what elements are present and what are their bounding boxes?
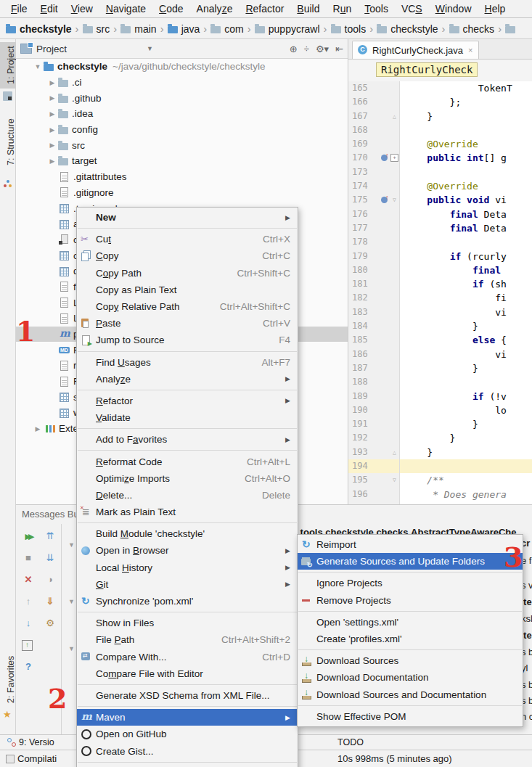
code-text[interactable]: } xyxy=(400,319,532,333)
menu-item-copy-relative-path[interactable]: Copy Relative PathCtrl+Alt+Shift+C xyxy=(77,298,298,315)
override-icon[interactable] xyxy=(380,151,390,165)
collapse-all-icon[interactable]: ÷ xyxy=(304,44,309,54)
code-text[interactable]: final xyxy=(400,263,532,277)
breadcrumb-item-item[interactable] xyxy=(505,24,515,33)
menubar-item-tools[interactable]: Tools xyxy=(358,3,395,15)
tree-row-github[interactable]: ▶.github xyxy=(16,90,348,106)
code-text[interactable]: if (sh xyxy=(400,277,532,291)
submenu-item-download-sources[interactable]: Download Sources xyxy=(298,652,523,669)
code-text[interactable]: else { xyxy=(400,333,532,347)
menu-item-copy[interactable]: CopyCtrl+C xyxy=(77,247,298,264)
menu-item-paste[interactable]: PasteCtrl+V xyxy=(77,315,298,332)
menu-item-show-in-files[interactable]: Show in Files xyxy=(77,615,298,631)
menu-item-compare-with[interactable]: Compare With...Ctrl+D xyxy=(77,649,298,665)
settings-icon[interactable]: ⚙▾ xyxy=(316,44,329,54)
menu-item-open-in-browser[interactable]: Open in Browser▶ xyxy=(77,542,298,559)
code-text[interactable]: if (rcurly xyxy=(400,250,532,263)
fold-icon[interactable]: △ xyxy=(390,446,400,459)
chevron-right-icon[interactable]: ▶ xyxy=(32,425,44,432)
fold-icon[interactable]: + xyxy=(390,151,400,165)
code-text[interactable]: @Override xyxy=(400,179,532,193)
menu-item-file-path[interactable]: File PathCtrl+Alt+Shift+2 xyxy=(77,631,298,648)
submenu-item-download-sources-and-documentation[interactable]: Download Sources and Documentation xyxy=(298,686,523,703)
code-text[interactable]: * Does genera xyxy=(400,488,532,501)
breadcrumb-item-checkstyle[interactable]: checkstyle xyxy=(6,23,72,35)
menu-item-synchronize-pom-xml[interactable]: Synchronize 'pom.xml' xyxy=(77,593,298,610)
tab-close-icon[interactable]: × xyxy=(468,46,472,54)
code-text[interactable] xyxy=(400,375,532,389)
breadcrumb-item-com[interactable]: com xyxy=(210,23,243,35)
code-text[interactable]: } xyxy=(400,110,532,123)
submenu-item-download-documentation[interactable]: Download Documentation xyxy=(298,669,523,686)
override-icon[interactable] xyxy=(380,193,390,207)
menubar-item-build[interactable]: Build xyxy=(290,3,326,15)
menu-item-create-gist[interactable]: Create Gist... xyxy=(77,742,298,759)
toolwindow-tab-version-control[interactable]: 9: Versio xyxy=(19,737,54,747)
code-text[interactable]: /** xyxy=(400,473,532,487)
chevron-right-icon[interactable]: ▶ xyxy=(46,79,58,86)
menubar-item-navigate[interactable]: Navigate xyxy=(99,3,152,15)
tree-row-config[interactable]: ▶config xyxy=(16,122,348,138)
breadcrumb-item-main[interactable]: main xyxy=(120,23,156,35)
tree-row-gitignore[interactable]: .gitignore xyxy=(16,185,348,201)
breadcrumb-item-src[interactable]: src xyxy=(83,23,110,35)
toolwindow-tab-favorites[interactable]: 2: Favorites xyxy=(0,652,16,707)
submenu-item-reimport[interactable]: Reimport xyxy=(298,536,523,553)
tree-row-checkstyle[interactable]: ▼checkstyle~/java/github/checkstyle/chec… xyxy=(16,59,348,75)
tree-row-idea[interactable]: ▶.idea xyxy=(16,106,348,122)
menubar-item-analyze[interactable]: Analyze xyxy=(190,3,240,15)
menu-item-jump-to-source[interactable]: Jump to SourceF4 xyxy=(77,332,298,348)
code-text[interactable]: vi xyxy=(400,348,532,361)
code-text[interactable]: if (!v xyxy=(400,390,532,403)
toolwindow-tab-structure[interactable]: 7: Structure xyxy=(0,109,16,176)
breadcrumb-item-checks[interactable]: checks xyxy=(449,23,495,35)
menu-item-cut[interactable]: CutCtrl+X xyxy=(77,231,298,247)
menu-item-refactor[interactable]: Refactor▶ xyxy=(77,393,298,409)
menu-item-maven[interactable]: Maven▶ xyxy=(77,709,298,726)
code-text[interactable]: final Deta xyxy=(400,208,532,221)
menu-item-add-to-favorites[interactable]: Add to Favorites▶ xyxy=(77,431,298,448)
code-text[interactable] xyxy=(400,165,532,179)
code-text[interactable] xyxy=(400,235,532,249)
code-text[interactable]: public void vi xyxy=(400,193,532,207)
chevron-right-icon[interactable]: ▶ xyxy=(46,126,58,134)
menu-item-copy-path[interactable]: Copy PathCtrl+Shift+C xyxy=(77,265,298,282)
menu-item-add-as-ant-build-file[interactable]: Add as Ant Build File xyxy=(77,765,298,767)
menubar-item-vcs[interactable]: VCS xyxy=(395,3,429,15)
menu-item-analyze[interactable]: Analyze▶ xyxy=(77,371,298,387)
tree-row-target[interactable]: ▶target xyxy=(16,153,348,169)
code-text[interactable]: } xyxy=(400,361,532,375)
code-area[interactable]: 165 TokenT166 };167△ }168169 @Override17… xyxy=(348,81,532,504)
tree-row-src[interactable]: ▶src xyxy=(16,137,348,153)
menubar-item-run[interactable]: Run xyxy=(327,3,359,15)
menu-item-reformat-code[interactable]: Reformat CodeCtrl+Alt+L xyxy=(77,453,298,469)
editor-tab[interactable]: RightCurlyCheck.java × xyxy=(352,41,479,59)
code-text[interactable] xyxy=(400,459,532,473)
submenu-item-create-profiles-xml[interactable]: Create 'profiles.xml' xyxy=(298,631,523,647)
menu-item-copy-as-plain-text[interactable]: Copy as Plain Text xyxy=(77,282,298,298)
menu-item-delete[interactable]: Delete...Delete xyxy=(77,487,298,504)
menu-item-mark-as-plain-text[interactable]: Mark as Plain Text xyxy=(77,504,298,520)
menu-item-find-usages[interactable]: Find UsagesAlt+F7 xyxy=(77,354,298,371)
chevron-right-icon[interactable]: ▶ xyxy=(46,157,58,165)
submenu-item-generate-sources-and-update-folders[interactable]: Generate Sources and Update Folders xyxy=(298,553,523,570)
code-text[interactable]: vi xyxy=(400,305,532,319)
menu-item-generate-xsd-schema-from-xml-file[interactable]: Generate XSD Schema from XML File... xyxy=(77,687,298,704)
breadcrumb-item-java[interactable]: java xyxy=(168,23,200,35)
menu-item-local-history[interactable]: Local History▶ xyxy=(77,559,298,576)
menu-item-build-module-checkstyle[interactable]: Build Module 'checkstyle' xyxy=(77,525,298,542)
code-text[interactable] xyxy=(400,123,532,137)
menu-item-compare-file-with-editor[interactable]: Compare File with Editor xyxy=(77,665,298,682)
tree-row-gitattributes[interactable]: .gitattributes xyxy=(16,169,348,185)
code-text[interactable]: public int[] g xyxy=(400,151,532,165)
submenu-item-ignore-projects[interactable]: Ignore Projects xyxy=(298,575,523,591)
code-text[interactable]: lo xyxy=(400,403,532,417)
menu-item-git[interactable]: Git▶ xyxy=(77,576,298,593)
toolwindow-tab-project[interactable]: 1: Project xyxy=(0,42,16,89)
breadcrumb-item-puppycrawl[interactable]: puppycrawl xyxy=(255,23,320,35)
tree-row-ci[interactable]: ▶.ci xyxy=(16,75,348,91)
menu-item-optimize-imports[interactable]: Optimize ImportsCtrl+Alt+O xyxy=(77,470,298,487)
fold-icon[interactable]: ▽ xyxy=(390,473,400,487)
chevron-right-icon[interactable]: ▶ xyxy=(46,141,58,149)
code-text[interactable]: } xyxy=(400,446,532,459)
